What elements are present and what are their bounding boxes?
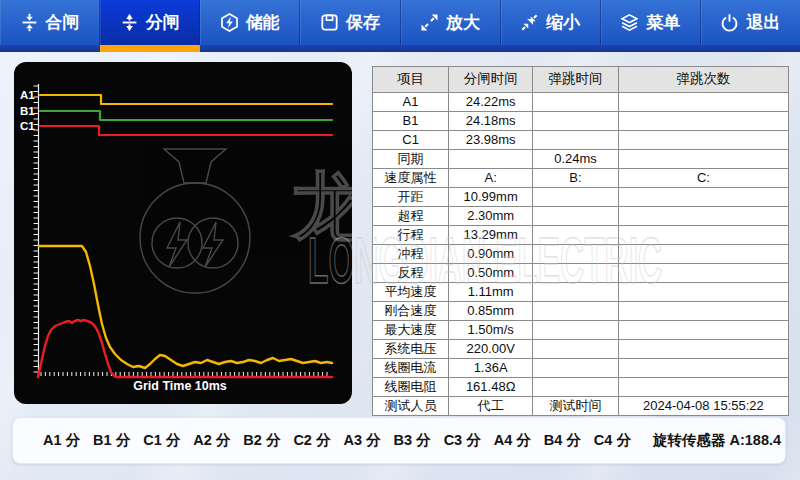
zoom-in-icon [420, 13, 439, 32]
value-cell [618, 131, 788, 150]
tab-label: 缩小 [546, 11, 580, 34]
value-cell [533, 207, 619, 226]
tab-menu[interactable]: 菜单 [601, 0, 701, 45]
row-label: 刚合速度 [373, 302, 449, 321]
value-cell [533, 245, 619, 264]
phase-status-item: B1 分 [93, 431, 130, 450]
value-cell [618, 150, 788, 169]
value-cell [618, 302, 788, 321]
value-cell: 24.22ms [449, 93, 533, 112]
zoom-out-icon [520, 13, 539, 32]
value-cell: 代工 [449, 397, 533, 416]
value-cell [618, 112, 788, 131]
value-cell [618, 245, 788, 264]
waveform-chart-panel: 龙A1B1C1Grid Time 10ms [14, 62, 352, 404]
tab-close[interactable]: 合闸 [0, 0, 100, 45]
tab-label: 放大 [446, 11, 480, 34]
table-row: 线圈电阻161.48Ω [373, 378, 789, 397]
tab-save[interactable]: 保存 [300, 0, 400, 45]
waveform-C1-contact [40, 126, 332, 135]
save-icon [320, 13, 339, 32]
row-label: 开距 [373, 188, 449, 207]
row-label: 系统电压 [373, 340, 449, 359]
phase-status-item: A1 分 [43, 431, 80, 450]
toolbar-bottom-strip [0, 45, 800, 52]
phase-status-item: C3 分 [444, 431, 481, 450]
active-tab-underline [100, 45, 200, 52]
tab-exit[interactable]: 退出 [701, 0, 800, 45]
tab-label: 分闸 [146, 11, 180, 34]
table-row: 速度属性A:B:C: [373, 169, 789, 188]
row-label: 冲程 [373, 245, 449, 264]
value-cell [533, 378, 619, 397]
phase-status-item: B4 分 [544, 431, 581, 450]
table-row: 平均速度1.11mm [373, 283, 789, 302]
row-label: B1 [373, 112, 449, 131]
tab-energy[interactable]: 储能 [200, 0, 300, 45]
phase-status-item: B2 分 [243, 431, 280, 450]
toolbar-tabs: 合闸分闸储能保存放大缩小菜单退出 [0, 0, 800, 45]
status-bar: A1 分B1 分C1 分A2 分B2 分C2 分A3 分B3 分C3 分A4 分… [12, 417, 786, 464]
row-label: 线圈电流 [373, 359, 449, 378]
power-icon [720, 13, 739, 32]
value-cell: 0.90mm [449, 245, 533, 264]
device-screen: 合闸分闸储能保存放大缩小菜单退出 龙A1B1C1Grid Time 10ms 项… [0, 0, 800, 480]
value-cell [533, 340, 619, 359]
waveform-chart: 龙A1B1C1Grid Time 10ms [14, 62, 352, 404]
value-cell: 测试时间 [533, 397, 619, 416]
value-cell [618, 264, 788, 283]
table-row: 刚合速度0.85mm [373, 302, 789, 321]
value-cell [533, 283, 619, 302]
value-cell [618, 378, 788, 397]
row-label: C1 [373, 131, 449, 150]
menu-icon [620, 13, 639, 32]
phase-status-item: A4 分 [494, 431, 531, 450]
row-label: 最大速度 [373, 321, 449, 340]
value-cell [533, 93, 619, 112]
row-label: 反程 [373, 264, 449, 283]
row-label: 超程 [373, 207, 449, 226]
tab-open[interactable]: 分闸 [100, 0, 200, 45]
tab-label: 合闸 [46, 11, 80, 34]
phase-status-item: C2 分 [293, 431, 330, 450]
toolbar: 合闸分闸储能保存放大缩小菜单退出 [0, 0, 800, 52]
table-row: B124.18ms [373, 112, 789, 131]
value-cell: 161.48Ω [449, 378, 533, 397]
value-cell [533, 359, 619, 378]
phase-status-item: C1 分 [143, 431, 180, 450]
value-cell: 0.50mm [449, 264, 533, 283]
value-cell: 24.18ms [449, 112, 533, 131]
value-cell [618, 93, 788, 112]
open-breaker-icon [120, 13, 139, 32]
table-row: 冲程0.90mm [373, 245, 789, 264]
results-table-panel: 项目分闸时间弹跳时间弹跳次数 A124.22msB124.18msC123.98… [372, 66, 789, 416]
phase-label: B1 [20, 105, 35, 117]
value-cell [618, 226, 788, 245]
tab-zoomin[interactable]: 放大 [401, 0, 501, 45]
table-row: 最大速度1.50m/s [373, 321, 789, 340]
row-label: 速度属性 [373, 169, 449, 188]
svg-text:龙: 龙 [290, 165, 352, 248]
table-row: 开距10.99mm [373, 188, 789, 207]
phase-label: C1 [20, 120, 35, 132]
table-row: C123.98ms [373, 131, 789, 150]
tab-label: 保存 [346, 11, 380, 34]
table-row: 测试人员代工测试时间2024-04-08 15:55:22 [373, 397, 789, 416]
column-header: 弹跳次数 [618, 67, 788, 93]
value-cell [533, 264, 619, 283]
row-label: 行程 [373, 226, 449, 245]
value-cell: 2.30mm [449, 207, 533, 226]
table-row: 超程2.30mm [373, 207, 789, 226]
value-cell: A: [449, 169, 533, 188]
phase-status-item: A2 分 [193, 431, 230, 450]
value-cell: 23.98ms [449, 131, 533, 150]
phase-status-item: A3 分 [343, 431, 380, 450]
value-cell [618, 283, 788, 302]
results-table: 项目分闸时间弹跳时间弹跳次数 A124.22msB124.18msC123.98… [372, 66, 789, 416]
value-cell [533, 131, 619, 150]
tab-zoomout[interactable]: 缩小 [501, 0, 601, 45]
value-cell [533, 112, 619, 131]
x-axis-caption: Grid Time 10ms [133, 379, 227, 393]
tab-label: 退出 [746, 11, 780, 34]
value-cell [449, 150, 533, 169]
